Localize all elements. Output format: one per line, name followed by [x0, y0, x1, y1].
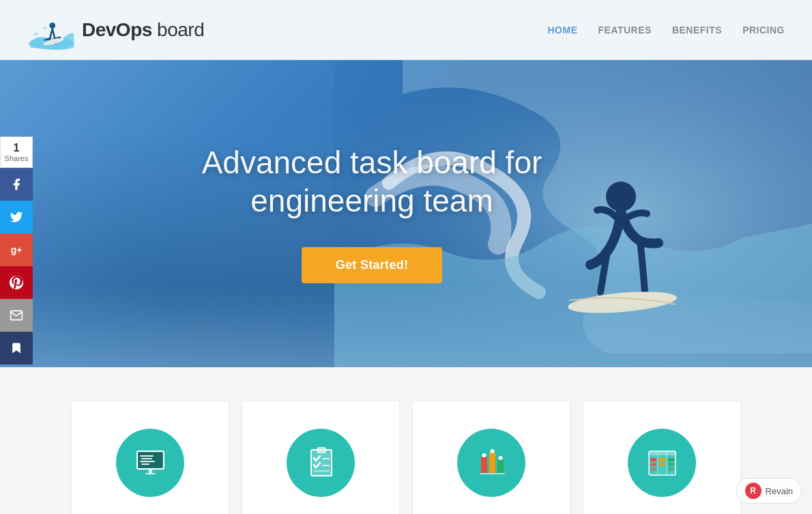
header: DevOps board HOME FEATURES BENEFITS PRIC…: [0, 0, 812, 60]
svg-rect-12: [149, 469, 152, 473]
monitor-icon: [132, 444, 169, 482]
shares-count-widget: 1 Shares: [0, 137, 33, 168]
svg-rect-8: [140, 455, 154, 457]
logo-area: DevOps board: [27, 8, 204, 52]
hero-title: Advanced task board for engineering team: [147, 144, 597, 219]
svg-rect-30: [650, 458, 656, 461]
svg-rect-13: [145, 473, 156, 474]
checklist-icon: [302, 444, 340, 482]
svg-rect-10: [140, 461, 155, 462]
svg-rect-17: [322, 465, 330, 466]
revain-label: Revain: [766, 486, 793, 496]
svg-rect-20: [489, 453, 495, 473]
svg-rect-29: [649, 451, 676, 455]
nav-features[interactable]: FEATURES: [598, 25, 652, 35]
svg-rect-7: [139, 453, 162, 468]
svg-rect-18: [314, 470, 330, 472]
shares-number: 1: [3, 141, 29, 154]
googleplus-icon: g+: [11, 244, 23, 255]
feature-card-3: [413, 401, 570, 514]
svg-rect-36: [668, 463, 674, 466]
svg-rect-34: [659, 463, 665, 466]
facebook-icon: [10, 177, 23, 191]
svg-rect-15: [317, 448, 325, 453]
email-icon: [10, 309, 23, 322]
nav-pricing[interactable]: PRICING: [742, 25, 785, 35]
nav-home[interactable]: HOME: [548, 25, 578, 35]
facebook-share-button[interactable]: [0, 168, 33, 201]
svg-rect-37: [668, 468, 674, 471]
hero-wave-overlay: [0, 285, 812, 367]
get-started-button[interactable]: Get Started!: [302, 247, 443, 283]
svg-rect-16: [322, 458, 330, 459]
twitter-icon: [10, 210, 23, 224]
feature-card-4: [583, 401, 740, 514]
nav-benefits[interactable]: BENEFITS: [672, 25, 722, 35]
feature-icon-circle-4: [628, 429, 696, 497]
bookmark-icon: [10, 341, 23, 355]
svg-rect-35: [668, 458, 674, 461]
kanban-icon: [643, 444, 681, 482]
features-section: [0, 367, 812, 514]
hero-section: Advanced task board for engineering team…: [0, 60, 812, 367]
svg-rect-11: [141, 463, 149, 465]
svg-rect-14: [311, 450, 332, 476]
feature-card-1: [72, 401, 229, 514]
social-sidebar: 1 Shares g+: [0, 137, 33, 365]
svg-point-22: [482, 453, 486, 457]
feature-icon-circle-1: [116, 429, 184, 497]
revain-badge[interactable]: R Revain: [736, 478, 802, 504]
logo-text-devops: DevOps: [82, 19, 152, 40]
svg-rect-19: [481, 457, 487, 473]
feature-icon-circle-2: [287, 429, 355, 497]
svg-rect-21: [497, 459, 504, 473]
googleplus-share-button[interactable]: g+: [0, 233, 33, 266]
logo-text: DevOps board: [82, 19, 204, 41]
feature-card-2: [242, 401, 399, 514]
logo-icon: [27, 8, 75, 52]
logo-text-board: board: [152, 19, 204, 40]
svg-point-23: [490, 449, 494, 453]
chart-icon: [473, 444, 510, 482]
svg-point-1: [49, 23, 55, 29]
svg-rect-32: [650, 468, 656, 471]
svg-rect-25: [480, 473, 505, 474]
svg-rect-33: [659, 458, 665, 461]
main-nav: HOME FEATURES BENEFITS PRICING: [548, 25, 785, 35]
feature-icon-circle-3: [457, 429, 525, 497]
pinterest-share-button[interactable]: [0, 266, 33, 299]
email-share-button[interactable]: [0, 299, 33, 332]
revain-logo-icon: R: [745, 483, 762, 499]
svg-point-24: [498, 456, 502, 460]
svg-rect-9: [141, 458, 152, 459]
bookmark-share-button[interactable]: [0, 332, 33, 365]
hero-content: Advanced task board for engineering team…: [133, 130, 611, 296]
svg-rect-31: [650, 463, 656, 466]
shares-label: Shares: [3, 154, 29, 163]
pinterest-icon: [10, 276, 23, 289]
twitter-share-button[interactable]: [0, 201, 33, 233]
